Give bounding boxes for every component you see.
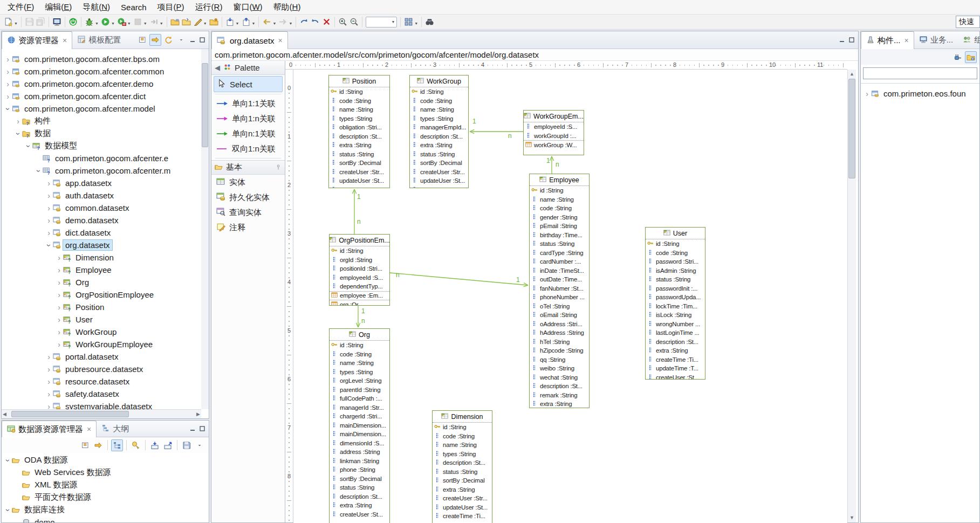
step-icon[interactable]: [148, 16, 160, 28]
console-icon[interactable]: [51, 16, 63, 28]
explorer-item-com-primeton-gocom-afcenter-bps-om[interactable]: ›com.primeton.gocom.afcenter.bps.om: [2, 53, 201, 65]
palette-tool-单向11关联[interactable]: 单向1:1关联: [211, 96, 285, 111]
right-tab-构件[interactable]: 构件...×: [861, 31, 914, 49]
expand-icon[interactable]: ›: [4, 55, 12, 64]
maximize-icon[interactable]: [198, 36, 207, 44]
save-view-icon[interactable]: [181, 439, 193, 451]
save-all-icon[interactable]: [35, 16, 46, 28]
datasource-item-demo[interactable]: demo: [2, 516, 209, 522]
expand-icon[interactable]: ›: [45, 229, 53, 237]
palette-tool-单向1n关联[interactable]: 单向1:n关联: [211, 111, 285, 126]
open-folder-icon[interactable]: [169, 16, 181, 28]
paint-brush-icon[interactable]: [192, 16, 203, 28]
datasource-tab-数据源资源管理器[interactable]: 数据源资源管理器×: [2, 421, 97, 437]
explorer-tab-模板配置[interactable]: 模板配置: [72, 31, 126, 49]
link-editor-icon[interactable]: [92, 439, 104, 451]
palette-tool-实体[interactable]: 实体: [211, 175, 285, 190]
redo-icon[interactable]: [310, 16, 321, 28]
export-doc-dropdown-icon[interactable]: ▼: [252, 22, 256, 25]
scroll-right-icon[interactable]: ▶: [196, 410, 200, 418]
explorer-item-OrgPositionEmployee[interactable]: ›?OrgPositionEmployee: [2, 288, 201, 301]
explorer-item-构件[interactable]: ›?构件: [2, 115, 201, 127]
menu-文件F[interactable]: 文件(F): [2, 1, 39, 14]
stop-icon[interactable]: [132, 16, 143, 28]
search-binoculars-icon[interactable]: [424, 16, 435, 28]
component-item-com-primeton-eos-foun[interactable]: ›com.primeton.eos.foun: [861, 87, 979, 100]
explorer-item-com-primeton-gocom-afcenter-common[interactable]: ›com.primeton.gocom.afcenter.common: [2, 65, 201, 78]
datasource-item-XML-数据源[interactable]: XML 数据源: [2, 479, 209, 491]
palette-tool-注释[interactable]: 注释: [211, 220, 285, 235]
collapse-icon[interactable]: ›: [24, 142, 33, 150]
expand-icon[interactable]: ›: [55, 340, 63, 349]
expand-icon[interactable]: ›: [45, 377, 53, 386]
explorer-item-Position[interactable]: ›?Position: [2, 301, 201, 313]
datasource-item-平面文件数据源[interactable]: 平面文件数据源: [2, 491, 209, 504]
explorer-item-Org[interactable]: ›?Org: [2, 276, 201, 288]
menu-窗口W[interactable]: 窗口(W): [228, 1, 268, 14]
link-editor-icon[interactable]: [149, 34, 161, 46]
expand-icon[interactable]: ›: [863, 90, 871, 98]
component-search-input[interactable]: [863, 67, 977, 79]
refresh-icon[interactable]: [162, 34, 174, 46]
diagram-canvas[interactable]: Positionid :Stringcode :Stringname :Stri…: [293, 70, 847, 523]
new-wizard-icon[interactable]: [3, 16, 14, 28]
explorer-tab-资源管理器[interactable]: 资源管理器×: [2, 31, 72, 49]
explorer-item-dict-datasetx[interactable]: ›dict.datasetx: [2, 226, 201, 239]
collapse-palette-icon[interactable]: ◀: [215, 64, 220, 72]
run-dropdown-icon[interactable]: ▼: [111, 22, 115, 25]
quick-access-box[interactable]: 快速: [956, 16, 980, 28]
expand-icon[interactable]: ›: [45, 402, 53, 410]
explorer-item-systemvariable-datasetx[interactable]: ›systemvariable.datasetx: [2, 400, 201, 409]
expand-icon[interactable]: ›: [55, 266, 63, 274]
export-btn-icon[interactable]: [162, 439, 174, 451]
tree-mode-icon[interactable]: [111, 439, 123, 451]
collapse-icon[interactable]: ›: [35, 167, 43, 175]
start-server-icon[interactable]: [67, 16, 79, 28]
explorer-item-WorkGroup[interactable]: ›?WorkGroup: [2, 326, 201, 338]
datasource-item-数据库连接[interactable]: ›数据库连接: [2, 504, 209, 516]
open-folder-2-icon[interactable]: [181, 16, 192, 28]
collapse-icon[interactable]: ›: [4, 456, 12, 464]
expand-icon[interactable]: ›: [4, 92, 12, 101]
expand-icon[interactable]: ›: [4, 80, 12, 88]
menu-Search[interactable]: Search: [115, 1, 152, 13]
right-tab-业务[interactable]: 业务...: [914, 31, 958, 49]
explorer-item-Employee[interactable]: ›?Employee: [2, 264, 201, 276]
run-config-dropdown-icon[interactable]: ▼: [127, 22, 131, 25]
close-icon[interactable]: ×: [87, 425, 91, 433]
palette-tool-双向1n关联[interactable]: 双向1:n关联: [211, 141, 285, 156]
delete-red-icon[interactable]: [321, 16, 332, 28]
explorer-item-demo-datasetx[interactable]: ›demo.datasetx: [2, 214, 201, 226]
expand-icon[interactable]: ›: [45, 216, 53, 225]
package-folder-icon[interactable]: [208, 16, 220, 28]
collapse-all-icon[interactable]: [136, 34, 148, 46]
layout-grid-icon[interactable]: [403, 16, 414, 28]
expand-icon[interactable]: ›: [4, 67, 12, 76]
view-menu-icon[interactable]: [194, 439, 205, 451]
editor-tab-org-datasetx[interactable]: org.datasetx ×: [211, 31, 288, 49]
relationship-line[interactable]: 1n: [546, 156, 559, 174]
import-btn-icon[interactable]: [149, 439, 161, 451]
expand-icon[interactable]: ›: [45, 390, 53, 398]
view-menu-icon[interactable]: [175, 34, 187, 46]
explorer-item-org-datasetx[interactable]: ›org.datasetx: [2, 239, 201, 251]
minimize-icon[interactable]: [188, 424, 197, 433]
explorer-item-数据模型[interactable]: ›?数据模型: [2, 140, 201, 152]
expand-icon[interactable]: ›: [55, 303, 63, 312]
minimize-icon[interactable]: [838, 36, 846, 44]
hand-pointer-icon[interactable]: [130, 439, 142, 451]
run-config-icon[interactable]: [116, 16, 127, 28]
menu-运行R[interactable]: 运行(R): [190, 1, 228, 14]
canvas-vscrollbar[interactable]: ▲ ▼: [847, 70, 856, 522]
right-tab-组织[interactable]: 组织...: [958, 31, 980, 49]
debug-icon[interactable]: [84, 16, 95, 28]
stop-dropdown-icon[interactable]: ▼: [143, 22, 147, 25]
expand-icon[interactable]: ›: [45, 191, 53, 200]
back-arrow-icon[interactable]: [261, 16, 272, 28]
export-doc-icon[interactable]: [241, 16, 252, 28]
relationship-line[interactable]: 1n: [470, 118, 523, 140]
explorer-item-Dimension[interactable]: ›?Dimension: [2, 251, 201, 264]
explorer-item-com-primeton-gocom-afcenter-model[interactable]: ›com.primeton.gocom.afcenter.model: [2, 102, 201, 115]
collapse-icon[interactable]: ›: [14, 129, 23, 137]
menu-项目P[interactable]: 项目(P): [152, 1, 190, 14]
